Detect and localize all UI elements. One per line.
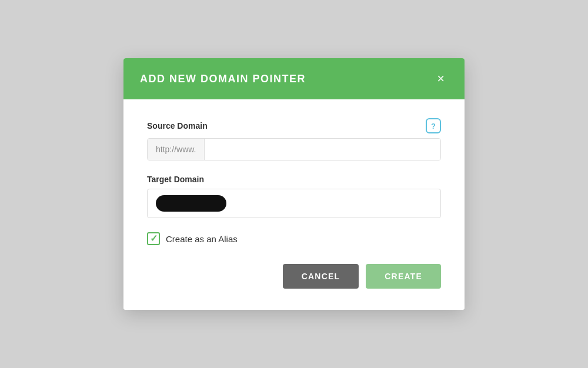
dialog: ADD NEW DOMAIN POINTER × Source Domain ?… (123, 58, 465, 310)
dialog-header: ADD NEW DOMAIN POINTER × (123, 58, 465, 99)
alias-checkbox[interactable]: ✓ (147, 232, 160, 245)
alias-checkbox-row[interactable]: ✓ Create as an Alias (147, 232, 441, 245)
source-domain-input-row: http://www. (147, 138, 441, 160)
close-button[interactable]: × (433, 71, 448, 86)
modal-overlay: ADD NEW DOMAIN POINTER × Source Domain ?… (0, 0, 588, 368)
dialog-footer: CANCEL CREATE (147, 264, 441, 293)
source-domain-label-row: Source Domain ? (147, 118, 441, 133)
dialog-body: Source Domain ? http://www. Target Domai… (123, 99, 465, 310)
dialog-title: ADD NEW DOMAIN POINTER (140, 73, 306, 85)
target-domain-field-wrap[interactable]: ​ (147, 189, 441, 218)
target-domain-label-row: Target Domain (147, 175, 441, 184)
source-domain-group: Source Domain ? http://www. (147, 118, 441, 160)
alias-label: Create as an Alias (166, 234, 238, 244)
checkmark-icon: ✓ (150, 234, 158, 243)
source-domain-prefix: http://www. (148, 139, 205, 160)
source-domain-input[interactable] (205, 139, 440, 160)
source-domain-label: Source Domain (147, 121, 208, 131)
target-domain-group: Target Domain ​ (147, 175, 441, 218)
target-domain-value: ​ (156, 195, 226, 212)
cancel-button[interactable]: CANCEL (283, 264, 359, 289)
target-domain-label: Target Domain (147, 175, 204, 184)
help-icon[interactable]: ? (426, 118, 441, 133)
create-button[interactable]: CREATE (366, 264, 441, 289)
